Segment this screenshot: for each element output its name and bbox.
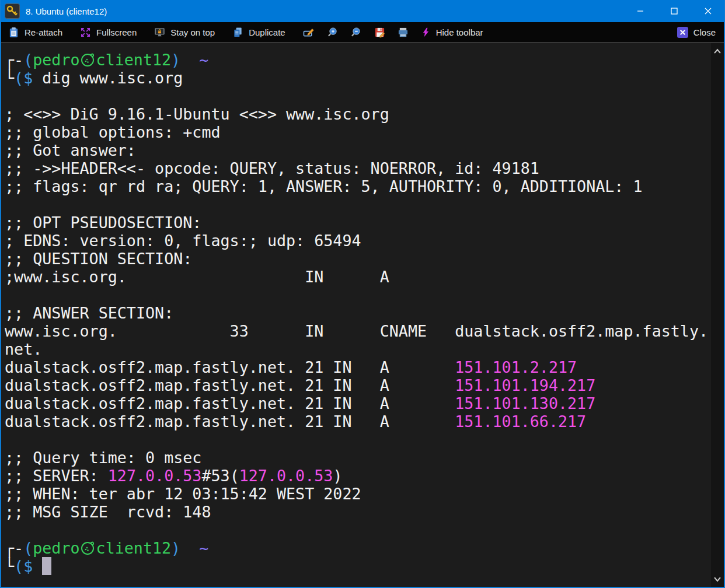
edit-pencil-icon [303, 27, 315, 38]
when-line: ;; WHEN: ter abr 12 03:15:42 WEST 2022 [5, 485, 724, 503]
terminal-blank-line [5, 521, 724, 539]
maximize-button[interactable] [657, 0, 691, 22]
vnc-toolbar: Re-attach Fullscreen [0, 22, 725, 43]
server-ip: 127.0.0.53 [108, 467, 202, 485]
answer-section-header-line: ;; ANSWER SECTION: [5, 304, 724, 322]
fullscreen-label: Fullscreen [96, 27, 137, 37]
ip-address: 151.101.2.217 [455, 358, 577, 376]
clipboard-icon [8, 27, 19, 38]
save-floppy-icon [374, 27, 385, 38]
save-button[interactable] [374, 27, 385, 38]
copy-pages-icon [232, 27, 243, 38]
scroll-up-arrow-icon[interactable] [711, 44, 724, 57]
cname-record-wrap-line: net. [5, 340, 724, 358]
terminal-blank-line [5, 286, 724, 304]
terminal-blank-line [5, 87, 724, 105]
zoom-out-icon [351, 27, 362, 38]
dig-header-line: ;; ->>HEADER<<- opcode: QUERY, status: N… [5, 159, 724, 177]
dig-global-options-line: ;; global options: +cmd [5, 123, 724, 141]
vnc-key-icon [5, 4, 20, 19]
zoom-out-button[interactable] [351, 27, 362, 38]
terminal-blank-line [5, 430, 724, 449]
edns-line: ; EDNS: version: 0, flags:; udp: 65494 [5, 232, 724, 250]
annotate-button[interactable] [303, 27, 315, 38]
dig-command: dig www.isc.org [33, 69, 183, 87]
reattach-button[interactable]: Re-attach [8, 27, 62, 38]
fullscreen-arrows-icon [80, 27, 91, 38]
a-record-line: dualstack.osff2.map.fastly.net. 21 IN A … [5, 358, 724, 376]
close-window-button[interactable] [691, 0, 725, 22]
monitor-lock-icon [154, 27, 165, 38]
zoom-in-icon [327, 27, 339, 38]
query-time-line: ;; Query time: 0 msec [5, 449, 724, 467]
a-record-line: dualstack.osff2.map.fastly.net. 21 IN A … [5, 412, 724, 430]
duplicate-button[interactable]: Duplicate [232, 27, 285, 38]
dig-version-line: ; <<>> DiG 9.16.1-Ubuntu <<>> www.isc.or… [5, 105, 724, 123]
cname-record-line: www.isc.org. 33 IN CNAME dualstack.osff2… [5, 322, 724, 340]
terminal-scrollbar[interactable] [711, 43, 724, 587]
print-button[interactable] [398, 27, 409, 38]
terminal-cursor [42, 557, 51, 575]
close-session-button[interactable]: Close [677, 27, 716, 38]
opt-pseudosection-line: ;; OPT PSEUDOSECTION: [5, 214, 724, 232]
a-record-line: dualstack.osff2.map.fastly.net. 21 IN A … [5, 394, 724, 412]
lightning-icon [421, 27, 431, 38]
stay-on-top-label: Stay on top [170, 27, 215, 37]
dig-got-answer-line: ;; Got answer: [5, 141, 724, 159]
msg-size-line: ;; MSG SIZE rcvd: 148 [5, 503, 724, 521]
dig-flags-line: ;; flags: qr rd ra; QUERY: 1, ANSWER: 5,… [5, 177, 724, 195]
ip-address: 151.101.130.217 [455, 394, 595, 412]
fullscreen-button[interactable]: Fullscreen [80, 27, 137, 38]
terminal-screen[interactable]: ┌-(pedroclient12) ~ └($ dig www.isc.org … [1, 43, 724, 587]
question-record-line: ;www.isc.org. IN A [5, 268, 724, 286]
terminal-blank-line [5, 195, 724, 214]
question-section-header-line: ;; QUESTION SECTION: [5, 250, 724, 268]
vnc-viewer-window: 8. Ubuntu (cliente12) Re-attach [0, 0, 725, 588]
terminal-input-line[interactable]: └($ [5, 557, 724, 575]
duplicate-label: Duplicate [249, 27, 285, 37]
zoom-in-button[interactable] [327, 27, 339, 38]
kali-at-icon [80, 52, 96, 67]
stay-on-top-button[interactable]: Stay on top [154, 27, 215, 38]
server-ip: 127.0.0.53 [239, 467, 333, 485]
minimize-button[interactable] [623, 0, 657, 22]
scroll-down-arrow-icon[interactable] [711, 573, 724, 586]
close-x-icon [677, 27, 688, 38]
printer-icon [398, 27, 409, 38]
title-bar: 8. Ubuntu (cliente12) [0, 0, 725, 22]
close-label: Close [693, 27, 716, 37]
reattach-label: Re-attach [25, 27, 62, 37]
a-record-line: dualstack.osff2.map.fastly.net. 21 IN A … [5, 376, 724, 394]
terminal-prompt-line-2: ┌-(pedroclient12) ~ [5, 539, 724, 557]
hide-toolbar-label: Hide toolbar [436, 27, 483, 37]
server-line: ;; SERVER: 127.0.0.53#53(127.0.0.53) [5, 467, 724, 485]
kali-at-icon [80, 540, 96, 555]
terminal-prompt-line-1: ┌-(pedroclient12) ~ [5, 51, 724, 69]
ip-address: 151.101.194.217 [455, 376, 595, 394]
hide-toolbar-button[interactable]: Hide toolbar [421, 27, 483, 38]
ip-address: 151.101.66.217 [455, 412, 586, 430]
window-title: 8. Ubuntu (cliente12) [26, 6, 623, 16]
terminal-command-line: └($ dig www.isc.org [5, 69, 724, 87]
